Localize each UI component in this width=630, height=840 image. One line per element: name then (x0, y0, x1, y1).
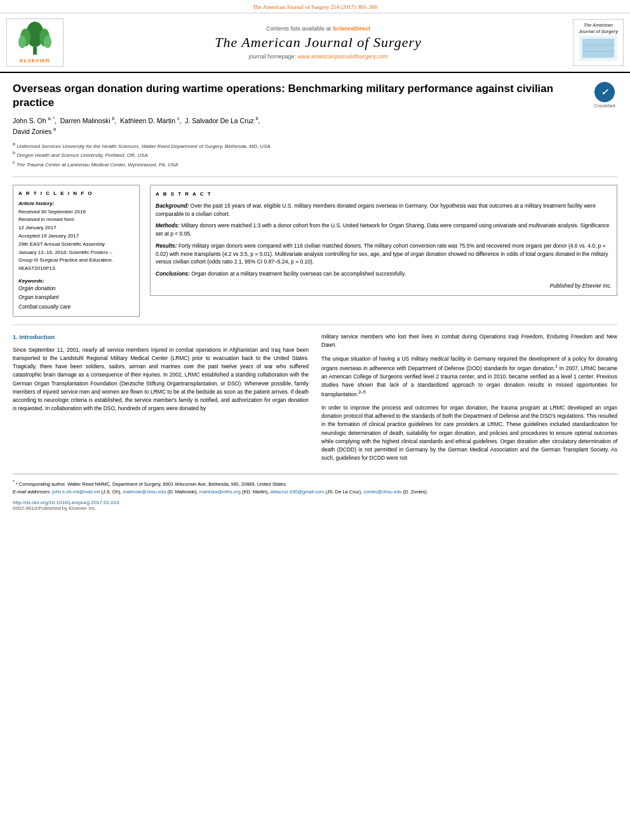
elsevier-logo-area: ELSEVIER (6, 18, 64, 67)
keyword-3: Combat casualty care (18, 302, 134, 311)
methods-label: Methods: (156, 222, 180, 229)
elsevier-wordmark: ELSEVIER (10, 58, 60, 63)
intro-para-3: The unique situation of having a US mili… (321, 355, 617, 399)
email-name-3: (KD. Martin), (242, 489, 271, 495)
affiliation-b: b Oregon Health and Science University, … (13, 150, 617, 159)
abstract-results: Results: Forty military organ donors wer… (156, 242, 612, 266)
email-name-2: (D. Malinoski), (168, 489, 199, 495)
article-history: Article history: Received 30 September 2… (18, 200, 134, 273)
journal-cover-text: The American Journal of Surgery (576, 22, 620, 35)
homepage-label: journal homepage: (249, 53, 297, 60)
methods-text: Military donors were matched 1:3 with a … (156, 222, 609, 237)
info-abstract-columns: A R T I C L E I N F O Article history: R… (13, 185, 617, 317)
accepted-date: Accepted 19 January 2017 (18, 232, 134, 241)
presentation-label: 29th EAST Annual Scientific Assembly (18, 241, 134, 249)
received-date: Received 30 September 2016 (18, 208, 134, 217)
conclusions-text: Organ donation at a military treatment f… (191, 270, 406, 277)
footnote-area: * * Corresponding author. Walter Reed NM… (13, 474, 617, 496)
email-name-5: (D. Zonies). (403, 489, 428, 495)
elsevier-logo-box: ELSEVIER (6, 18, 64, 67)
article-title: Overseas organ donation during wartime o… (13, 82, 586, 110)
svg-point-4 (18, 36, 26, 48)
keywords-section: Keywords: Organ donation Organ transplan… (18, 278, 134, 311)
homepage-link[interactable]: www.americanjournalofsurgery.com (298, 53, 388, 60)
presentation-dates: January 12–16, 2016; Scientific Posters … (18, 249, 134, 257)
history-label: Article history: (18, 200, 134, 208)
intro-para-2: military service members who lost their … (321, 333, 617, 349)
crossmark-label: CrossMark (592, 103, 617, 108)
revised-date: 12 January 2017 (18, 224, 134, 232)
crossmark-icon: ✓ (594, 82, 615, 102)
email-name-4: (JS. De La Cruz), (325, 489, 363, 495)
journal-cover-image (579, 36, 617, 61)
email-footnote: E-mail addresses: john.s.oh.mil@mail.mil… (13, 488, 617, 496)
article-content: Overseas organ donation during wartime o… (0, 73, 630, 517)
background-text: Over the past 15 years of war, eligible … (156, 203, 596, 217)
abstract-body-divider (13, 324, 617, 325)
presentation-code: #EAST2016P13. (18, 265, 134, 273)
results-label: Results: (156, 243, 177, 249)
contents-available-label: Contents lists available at (266, 25, 331, 32)
body-text-columns: 1. Introduction Since September 11, 2001… (13, 333, 617, 467)
author-sup-a: a, * (48, 116, 55, 121)
abstract-column: A B S T R A C T Background: Over the pas… (150, 185, 617, 317)
science-direct-link[interactable]: ScienceDirect (333, 25, 371, 32)
journal-title: The American Journal of Surgery (70, 34, 566, 51)
ref-1: 1 (555, 364, 558, 368)
svg-rect-0 (33, 47, 37, 55)
journal-citation-bar: The American Journal of Surgery 214 (201… (0, 0, 630, 13)
journal-homepage-line: journal homepage: www.americanjournalofs… (70, 53, 566, 60)
abstract-box: A B S T R A C T Background: Over the pas… (150, 185, 617, 296)
doi-url[interactable]: http://dx.doi.org/10.1016/j.amjsurg.2017… (13, 500, 119, 505)
abstract-methods: Methods: Military donors were matched 1:… (156, 222, 612, 238)
journal-cover-thumbnail: The American Journal of Surgery (573, 19, 624, 66)
footnote-asterisk: * (13, 479, 15, 484)
affiliation-sup-c: c (13, 160, 15, 164)
article-info-title: A R T I C L E I N F O (18, 190, 134, 196)
keyword-1: Organ donation (18, 284, 134, 293)
author-sup-b3: b (53, 127, 56, 131)
email-delacruz: delacruz.630@gmail.com (271, 489, 325, 495)
article-info-column: A R T I C L E I N F O Article history: R… (13, 185, 140, 317)
email-malinoski: malinosk@ohsu.edu (123, 489, 166, 495)
author-sup-b2: b (256, 116, 258, 121)
email-name-1: (J.S. Oh), (101, 489, 123, 495)
copyright-line: 0002-9610/Published by Elsevier Inc. (13, 505, 617, 511)
intro-heading: 1. Introduction (13, 333, 309, 342)
author-sup-b1: b (112, 116, 114, 121)
background-label: Background: (156, 203, 189, 209)
email-label: E-mail addresses: (13, 489, 52, 495)
keywords-label: Keywords: (18, 278, 134, 284)
keyword-2: Organ transplant (18, 293, 134, 302)
affiliation-sup-a: a (13, 142, 15, 146)
abstract-background: Background: Over the past 15 years of wa… (156, 202, 612, 218)
article-title-area: Overseas organ donation during wartime o… (13, 82, 617, 110)
intro-para-1: Since September 11, 2001, nearly all ser… (13, 346, 309, 413)
revised-label: Received in revised form (18, 216, 134, 224)
body-left-col: 1. Introduction Since September 11, 2001… (13, 333, 309, 467)
doi-line[interactable]: http://dx.doi.org/10.1016/j.amjsurg.2017… (13, 500, 617, 505)
ref-2-5: 2–5 (358, 390, 366, 394)
intro-para-4: In order to improve the process and outc… (321, 404, 617, 462)
abstract-conclusions: Conclusions: Organ donation at a militar… (156, 270, 612, 278)
corresponding-author-note: * * Corresponding author. Walter Reed NM… (13, 478, 617, 488)
science-direct-line: Contents lists available at ScienceDirec… (70, 25, 566, 32)
authors-line: John S. Oh a, *, Darren Malinoski b, Kat… (13, 115, 617, 137)
journal-citation: The American Journal of Surgery 214 (201… (253, 4, 377, 10)
presentation-group: Group III Surgical Practice and Educatio… (18, 257, 134, 265)
email-zonies: zonies@ohsu.edu (363, 489, 401, 495)
affiliation-c: c The Trauma Center at Lankenau Medical … (13, 159, 617, 169)
header-divider (13, 177, 617, 177)
results-text: Forty military organ donors were compare… (156, 243, 608, 265)
corresponding-author-text: * Corresponding author. Walter Reed NMMC… (16, 481, 287, 487)
svg-point-5 (44, 36, 51, 48)
published-by: Published by Elsevier Inc. (156, 282, 612, 290)
body-right-col: military service members who lost their … (321, 333, 617, 467)
journal-center-header: Contents lists available at ScienceDirec… (70, 25, 566, 60)
conclusions-label: Conclusions: (156, 270, 190, 277)
crossmark-badge: ✓ CrossMark (592, 82, 617, 108)
email-addresses: john.s.oh.mil@mail.mil (52, 489, 100, 495)
author-sup-c: c (177, 116, 180, 121)
svg-rect-7 (582, 39, 614, 58)
journal-header: ELSEVIER Contents lists available at Sci… (0, 13, 630, 73)
